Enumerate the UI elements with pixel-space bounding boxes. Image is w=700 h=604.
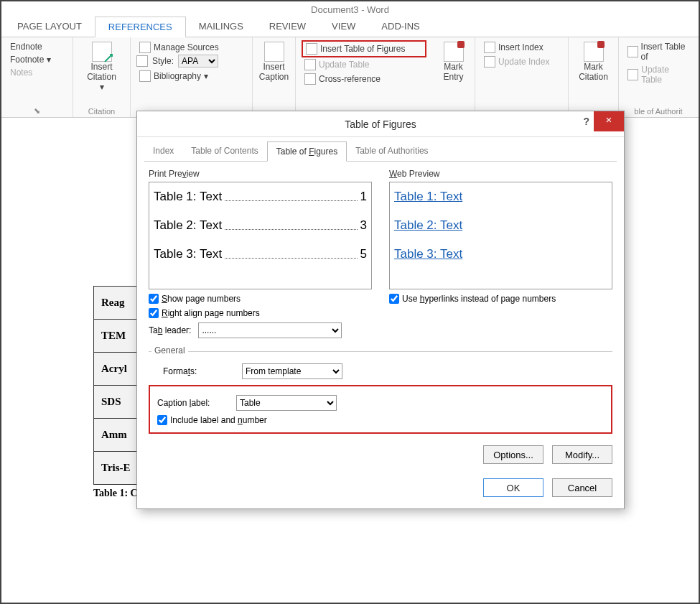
tab-view[interactable]: VIEW — [319, 17, 368, 37]
web-preview-box[interactable]: Table 1: Text Table 2: Text Table 3: Tex… — [389, 182, 612, 289]
mark-citation-label: Mark Citation — [579, 62, 608, 82]
update-toa-icon — [627, 69, 638, 80]
style-icon — [136, 55, 148, 67]
tab-page-layout[interactable]: PAGE LAYOUT — [4, 17, 95, 37]
tof-icon — [306, 43, 317, 55]
update-table-label: Update Table — [319, 60, 370, 70]
mark-entry-icon — [444, 42, 464, 62]
close-button[interactable]: × — [594, 111, 624, 131]
group-notes-footer: ⬊ — [7, 105, 67, 116]
update-table-button[interactable]: Update Table — [302, 57, 426, 72]
wp-item3: Table 3: Text — [394, 247, 462, 261]
dtab-index[interactable]: Index — [144, 141, 182, 161]
crossref-icon — [304, 73, 316, 85]
footnote-label: Footnote — [10, 55, 44, 65]
help-button[interactable]: ? — [583, 116, 589, 127]
mark-citation-icon — [584, 42, 604, 62]
print-preview-label: Print Preview — [149, 169, 372, 179]
tab-mailings[interactable]: MAILINGS — [186, 17, 256, 37]
citation-style-select[interactable]: APA — [178, 55, 218, 68]
index-icon — [484, 42, 495, 53]
caption-icon — [264, 42, 284, 62]
pp-item3: Table 3: Text — [154, 247, 222, 261]
ok-button[interactable]: OK — [483, 478, 543, 497]
tab-leader-select[interactable]: ...... — [198, 322, 342, 338]
dialog-tabs: Index Table of Contents Table of Figures… — [144, 141, 617, 162]
update-icon — [304, 59, 316, 70]
update-toa-label: Update Table — [641, 65, 689, 85]
caption-label-label: Caption label: — [157, 398, 229, 408]
web-preview-label: Web Preview — [389, 169, 612, 179]
update-index-icon — [484, 56, 495, 68]
update-index-button[interactable]: Update Index — [481, 55, 562, 69]
sources-icon — [139, 42, 151, 53]
insert-tof-label: Insert Table of Figures — [320, 44, 406, 54]
general-legend: General — [151, 345, 188, 356]
footnote-dropdown[interactable]: Footnote ▾ — [7, 53, 67, 66]
manage-sources-button[interactable]: Manage Sources — [136, 40, 246, 55]
pp-item2: Table 2: Text — [154, 218, 222, 233]
formats-label: Formats: — [163, 366, 235, 376]
tab-addins[interactable]: ADD-INS — [368, 17, 432, 37]
pp-page1: 1 — [360, 190, 367, 204]
insert-caption-label: Insert Caption — [259, 62, 289, 82]
style-prefix-label: Style: — [152, 56, 174, 66]
formats-select[interactable]: From template — [242, 363, 342, 379]
table-of-figures-dialog: Table of Figures ? × Index Table of Cont… — [136, 111, 625, 509]
mark-entry-label: Mark Entry — [443, 62, 463, 82]
tab-references[interactable]: REFERENCES — [95, 17, 186, 37]
tab-review[interactable]: REVIEW — [256, 17, 319, 37]
modify-button[interactable]: Modify... — [552, 445, 612, 464]
tab-leader-label: Tab leader: — [149, 325, 191, 335]
insert-citation-button[interactable]: Insert Citation ▾ — [79, 40, 124, 93]
dtab-toa[interactable]: Table of Authorities — [347, 141, 437, 161]
wp-item1: Table 1: Text — [394, 190, 462, 204]
cross-reference-button[interactable]: Cross-reference — [302, 72, 426, 86]
insert-index-label: Insert Index — [498, 42, 543, 52]
right-align-checkbox[interactable]: Right align page numbers — [149, 308, 372, 318]
caption-label-highlight: Caption label: Table Include label and n… — [149, 385, 612, 434]
mark-citation-button[interactable]: Mark Citation — [574, 40, 612, 83]
dialog-titlebar[interactable]: Table of Figures ? × — [137, 111, 624, 137]
insert-endnote-button[interactable]: Endnote — [7, 40, 67, 53]
bibliography-label: Bibliography — [154, 71, 201, 81]
group-citations-label: Citation — [79, 106, 124, 116]
mark-entry-button[interactable]: Mark Entry — [438, 40, 469, 83]
notes-label: Notes — [7, 66, 67, 79]
toa-icon — [627, 46, 638, 57]
ribbon: Endnote Footnote ▾ Notes ⬊ Insert Citati… — [1, 37, 699, 118]
print-preview-box[interactable]: Table 1: Text1 Table 2: Text3 Table 3: T… — [149, 182, 372, 289]
crossref-label: Cross-reference — [319, 74, 381, 84]
include-label-checkbox[interactable]: Include label and number — [157, 415, 604, 425]
dtab-tof[interactable]: Table of Figures — [267, 141, 347, 162]
update-toa-button[interactable]: Update Table — [625, 63, 692, 86]
insert-toa-button[interactable]: Insert Table of — [625, 40, 692, 63]
group-authorities-label: ble of Authorit — [625, 106, 692, 116]
general-section: General Formats: From template Caption l… — [149, 351, 612, 464]
caption-label-select[interactable]: Table — [236, 395, 337, 411]
update-index-label: Update Index — [498, 57, 549, 67]
dialog-title-text: Table of Figures — [345, 119, 416, 130]
pp-page3: 5 — [360, 247, 367, 261]
insert-caption-button[interactable]: Insert Caption — [258, 40, 289, 83]
manage-sources-label: Manage Sources — [154, 42, 219, 52]
cancel-button[interactable]: Cancel — [552, 478, 612, 497]
window-title: Document3 - Word — [1, 1, 699, 17]
insert-index-button[interactable]: Insert Index — [481, 40, 562, 55]
use-hyperlinks-checkbox[interactable]: Use hyperlinks instead of page numbers — [389, 294, 612, 304]
insert-toa-label: Insert Table of — [641, 42, 689, 62]
pp-item1: Table 1: Text — [154, 190, 222, 204]
bibliography-icon — [139, 70, 151, 82]
insert-citation-label: Insert Citation — [87, 62, 116, 82]
options-button[interactable]: Options... — [483, 445, 543, 464]
insert-table-of-figures-button[interactable]: Insert Table of Figures — [302, 40, 426, 57]
pp-page2: 3 — [360, 218, 367, 233]
ribbon-tabs: PAGE LAYOUT REFERENCES MAILINGS REVIEW V… — [1, 17, 699, 37]
show-page-numbers-checkbox[interactable]: Show page numbers — [149, 294, 372, 304]
citation-icon — [92, 42, 112, 62]
dtab-toc[interactable]: Table of Contents — [182, 141, 266, 161]
wp-item2: Table 2: Text — [394, 218, 462, 233]
bibliography-dropdown[interactable]: Bibliography ▾ — [136, 69, 246, 83]
